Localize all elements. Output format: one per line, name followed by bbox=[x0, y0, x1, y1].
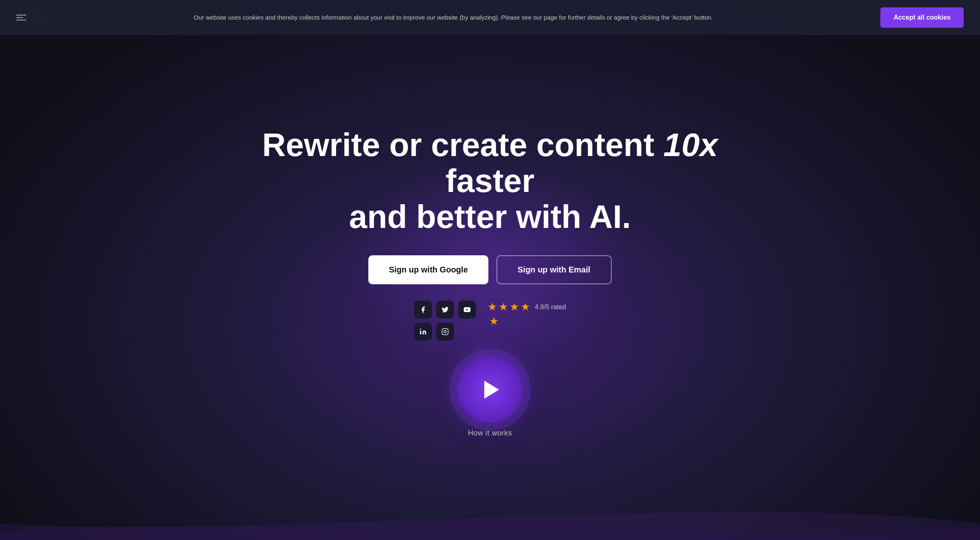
facebook-icon[interactable] bbox=[414, 301, 432, 319]
linkedin-icon[interactable] bbox=[414, 323, 432, 341]
star-2: ★ bbox=[499, 301, 508, 313]
hero-title-part2: faster bbox=[445, 163, 535, 199]
instagram-icon[interactable] bbox=[436, 323, 454, 341]
bottom-wave bbox=[0, 458, 980, 540]
star-1: ★ bbox=[488, 301, 497, 313]
play-icon bbox=[484, 381, 499, 399]
twitter-icon[interactable] bbox=[436, 301, 454, 319]
svg-rect-2 bbox=[442, 329, 448, 335]
rating-text: 4.9/5 rated bbox=[535, 303, 566, 311]
hero-title-line2: and better with AI. bbox=[349, 199, 631, 235]
signup-email-button[interactable]: Sign up with Email bbox=[497, 255, 612, 284]
hero-buttons: Sign up with Google Sign up with Email bbox=[368, 255, 611, 284]
star-5: ★ bbox=[489, 315, 499, 328]
hero-title: Rewrite or create content 10x faster and… bbox=[225, 127, 755, 235]
youtube-icon[interactable] bbox=[458, 301, 476, 319]
video-container: How it works bbox=[457, 357, 523, 437]
cookie-banner: Our website uses cookies and thereby col… bbox=[0, 0, 980, 35]
star-4: ★ bbox=[521, 301, 530, 313]
cookie-settings-icon[interactable] bbox=[16, 15, 26, 20]
stars-row: ★ ★ ★ ★ 4.9/5 rated bbox=[488, 301, 566, 313]
rating-block: ★ ★ ★ ★ 4.9/5 rated ★ bbox=[488, 301, 566, 328]
video-play-button[interactable] bbox=[457, 357, 523, 422]
rating-second-row: ★ bbox=[488, 315, 499, 328]
social-row: ★ ★ ★ ★ 4.9/5 rated ★ bbox=[414, 301, 566, 341]
hero-section: Scribe Rewrite or create content 10x fas… bbox=[0, 0, 980, 540]
accept-cookies-button[interactable]: Accept all cookies bbox=[880, 7, 964, 28]
svg-point-1 bbox=[420, 329, 421, 330]
hero-title-part1: Rewrite or create content bbox=[262, 127, 664, 163]
social-icons-group bbox=[414, 301, 479, 341]
signup-google-button[interactable]: Sign up with Google bbox=[368, 255, 488, 284]
hero-title-highlight: 10x bbox=[664, 127, 718, 163]
star-3: ★ bbox=[510, 301, 519, 313]
cookie-banner-text: Our website uses cookies and thereby col… bbox=[36, 13, 871, 22]
